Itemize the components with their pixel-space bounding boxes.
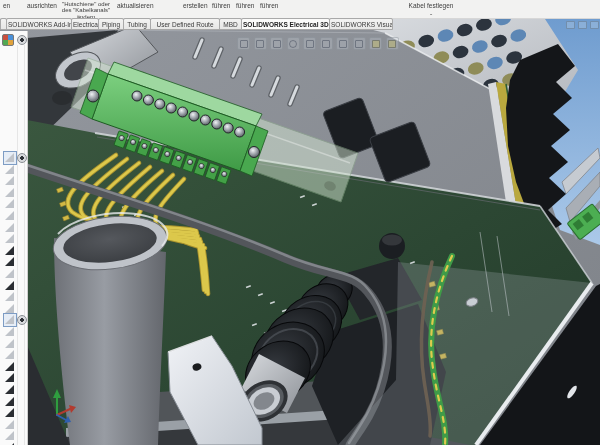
sheet-icon [5,176,14,185]
tree-item[interactable] [0,268,27,279]
sheet-icon [5,257,14,266]
tree-item[interactable] [0,349,27,360]
minimize-icon[interactable] [566,21,575,29]
tree-item[interactable] [0,175,27,186]
sheet-icon [5,188,14,197]
toolbar-label[interactable]: en [3,2,10,9]
tab-user-defined-route[interactable]: User Defined Route [150,18,220,30]
sheet-icon [5,269,14,278]
board-capacitor [379,233,405,259]
tab-solidworks-electrical-3d[interactable]: SOLIDWORKS Electrical 3D [241,18,330,30]
tree-item[interactable] [0,430,27,441]
sheet-icon [5,431,14,440]
sheet-icon [5,234,14,243]
toolbar-label[interactable]: ausrichten [27,2,57,9]
tab-tubing[interactable]: Tubing [123,18,151,30]
command-manager-bar: enausrichten"Hutschiene" oder des "Kabel… [0,0,600,19]
sheet-icon [5,373,14,382]
tree-item[interactable] [0,361,27,372]
sheet-icon [5,292,14,301]
toolbar-label[interactable]: aktualisieren [117,2,154,9]
tree-item[interactable] [0,187,27,198]
tree-item[interactable] [0,396,27,407]
zoom-area-icon[interactable] [254,37,267,50]
close-icon[interactable] [590,21,599,29]
sheet-icon [5,385,14,394]
tree-item[interactable] [0,198,27,209]
tree-item[interactable] [0,372,27,383]
sheet-icon [5,350,14,359]
previous-view-icon[interactable] [270,37,283,50]
tree-item[interactable] [0,280,27,291]
tree-item[interactable] [0,210,27,221]
scene-icon[interactable] [386,37,399,50]
tab-piping[interactable]: Piping [98,18,124,30]
toolbar-label[interactable]: Kabel festlegen [399,2,463,9]
sheet-icon [5,281,14,290]
sheet-icon [5,246,14,255]
tree-header [2,34,27,46]
sheet-icon [5,327,14,336]
tree-item[interactable] [0,245,27,256]
toolbar-label[interactable]: führen [212,2,230,9]
tree-item[interactable] [0,326,27,337]
tree-item[interactable] [0,256,27,267]
zoom-fit-icon[interactable] [237,37,250,50]
tree-item[interactable] [0,152,27,163]
sheet-icon [5,223,14,232]
view-orientation-icon[interactable] [320,37,333,50]
tab-solidworks-visualize[interactable]: SOLIDWORKS Visualize [329,18,393,30]
sheet-icon [5,408,14,417]
tree-item[interactable] [0,233,27,244]
eye-icon[interactable] [17,153,27,163]
sheet-icon [5,165,14,174]
tab-solidworks-add-ins[interactable]: SOLIDWORKS Add-Ins [6,18,72,30]
display-style-icon[interactable] [336,37,349,50]
toolbar-label[interactable]: führen [260,2,278,9]
tree-item[interactable] [0,303,27,314]
command-tabs: SOLIDWORKS Add-InsElectricalPipingTubing… [0,18,392,31]
feature-tree-strip[interactable] [0,31,28,445]
eye-icon[interactable] [17,315,27,325]
tree-item[interactable] [0,407,27,418]
tree-item[interactable] [0,419,27,430]
appearance-icon[interactable] [369,37,382,50]
sheet-icon [5,315,14,324]
sheet-icon [5,211,14,220]
tree-item[interactable] [0,291,27,302]
command-overflow-dash[interactable]: - [399,9,463,18]
toolbar-label[interactable]: führen [236,2,254,9]
tree-item[interactable] [0,222,27,233]
hide-show-icon[interactable] [353,37,366,50]
eye-icon[interactable] [17,35,27,45]
sheet-icon [5,420,14,429]
sheet-icon [5,153,14,162]
tree-item[interactable] [0,338,27,349]
sheet-icon [5,339,14,348]
section-view-icon[interactable] [287,37,300,50]
viewport-3d[interactable] [0,0,600,445]
sheet-icon [5,199,14,208]
restore-icon[interactable] [578,21,587,29]
tree-item[interactable] [0,314,27,325]
solidworks-window: enausrichten"Hutschiene" oder des "Kabel… [0,0,600,445]
toolbar-label[interactable]: erstellen [183,2,208,9]
tree-item[interactable] [0,164,27,175]
tab-electrical[interactable]: Electrical [71,18,99,30]
assembly-icon[interactable] [2,34,14,46]
tab-mbd[interactable]: MBD [219,18,242,30]
sheet-icon [5,362,14,371]
tree-item[interactable] [0,384,27,395]
sheet-icon [5,304,14,313]
sheet-icon [5,397,14,406]
annotation-icon[interactable] [303,37,316,50]
